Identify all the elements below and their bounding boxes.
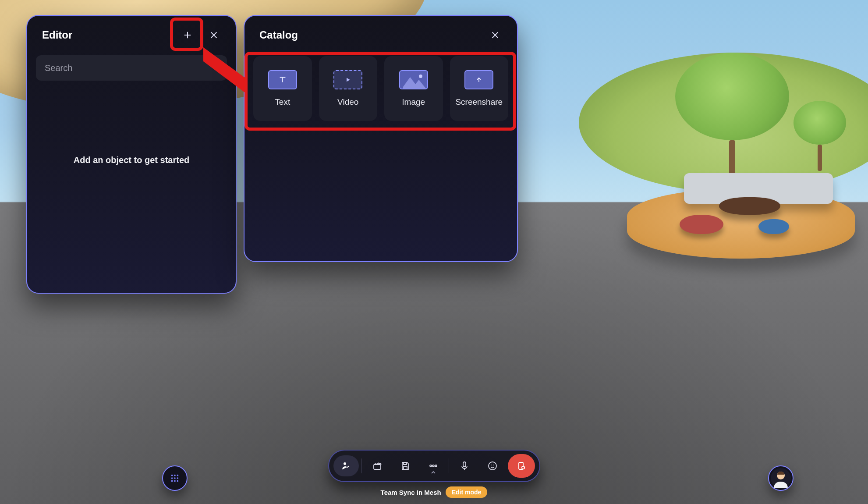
svg-point-1 [419,75,422,78]
catalog-tile-label: Text [275,97,290,107]
save-icon [400,461,411,471]
editor-empty-message: Add an object to get started [27,155,236,165]
catalog-tile-label: Screenshare [455,97,503,107]
video-icon [333,70,362,89]
svg-point-18 [435,465,437,467]
svg-rect-15 [374,465,381,469]
text-icon [268,70,297,89]
pouf-decor [680,215,723,234]
svg-point-16 [430,465,432,467]
session-name: Team Sync in Mesh [381,489,441,496]
save-button[interactable] [393,455,418,476]
svg-marker-0 [403,77,426,89]
catalog-panel: Catalog Text Video Image [244,15,518,262]
svg-rect-19 [463,462,466,467]
leave-icon [516,461,527,471]
close-icon [209,30,219,40]
smile-icon [487,461,498,471]
svg-point-22 [493,465,494,465]
svg-point-17 [432,465,434,467]
screenshare-icon [464,70,493,89]
hud-separator [361,458,362,473]
plus-icon [183,30,192,40]
editor-title: Editor [42,29,72,41]
clapper-button[interactable] [365,455,390,476]
coffee-table-decor [719,197,780,215]
close-editor-button[interactable] [204,25,223,45]
close-icon [490,30,500,40]
svg-point-24 [521,466,524,469]
tree-decor [794,101,846,171]
reactions-button[interactable] [480,455,505,476]
avatar-pose-icon [341,461,351,471]
close-catalog-button[interactable] [485,25,505,45]
add-object-button[interactable] [178,25,197,45]
svg-point-14 [344,462,346,465]
chevron-up-icon [431,468,436,476]
clapper-icon [372,461,383,471]
catalog-grid: Text Video Image Screenshare [244,49,517,121]
edit-mode-badge: Edit mode [446,486,488,498]
more-button[interactable] [421,455,446,476]
mic-button[interactable] [452,455,477,476]
pouf-decor [758,219,789,234]
tree-decor [675,53,789,180]
avatar-pose-button[interactable] [333,455,359,476]
search-input[interactable]: Search [36,55,227,81]
mic-icon [459,461,470,471]
svg-point-20 [489,462,496,470]
image-icon [399,70,428,89]
catalog-tile-image[interactable]: Image [384,56,443,121]
editor-panel: Editor Search Add an object to get start… [26,15,237,294]
svg-point-21 [491,465,492,465]
catalog-tile-label: Image [402,97,425,107]
hud-separator [449,458,449,473]
catalog-tile-screenshare[interactable]: Screenshare [450,56,509,121]
status-row: Team Sync in Mesh Edit mode [381,486,488,498]
leave-button[interactable] [508,454,535,478]
catalog-tile-text[interactable]: Text [253,56,312,121]
catalog-tile-video[interactable]: Video [319,56,378,121]
catalog-tile-label: Video [337,97,358,107]
search-placeholder: Search [45,63,72,73]
hud-toolbar [328,450,540,482]
catalog-title: Catalog [259,29,298,41]
